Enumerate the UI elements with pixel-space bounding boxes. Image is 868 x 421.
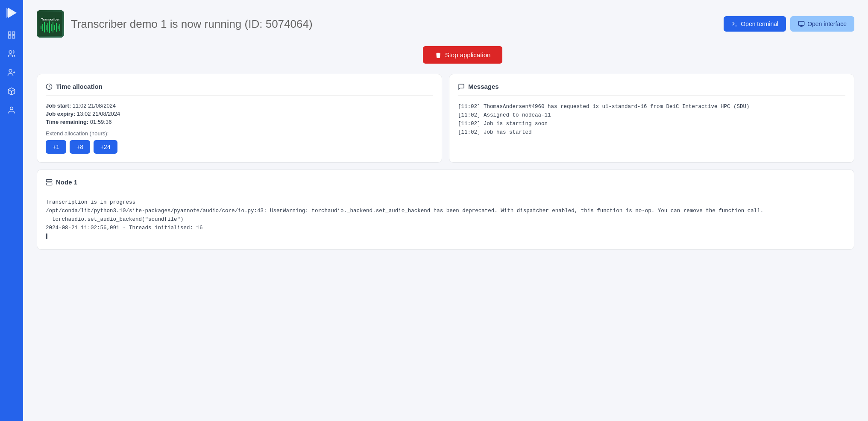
main-content: Transcriber	[23, 0, 868, 421]
svg-rect-12	[38, 12, 62, 36]
interface-icon	[798, 20, 805, 27]
messages-card: Messages [11:02] ThomasAndersen#4960 has…	[449, 74, 854, 163]
node-card: Node 1 Transcription is in progress /opt…	[37, 170, 854, 250]
time-allocation-card: Time allocation Job start: 11:02 21/08/2…	[37, 74, 442, 163]
svg-point-11	[10, 107, 13, 110]
extend-24h-button[interactable]: +24	[94, 140, 117, 154]
svg-rect-3	[12, 32, 15, 35]
open-terminal-button[interactable]: Open terminal	[724, 16, 786, 32]
header-left: Transcriber	[37, 10, 313, 38]
svg-rect-27	[798, 21, 804, 25]
sidebar	[0, 0, 23, 421]
sidebar-item-grid[interactable]	[4, 27, 19, 43]
svg-rect-5	[12, 36, 15, 38]
node-log-content[interactable]: Transcription is in progress /opt/conda/…	[46, 198, 845, 241]
header-actions: Open terminal Open interface	[724, 16, 854, 32]
messages-content[interactable]: [11:02] ThomasAndersen#4960 has requeste…	[458, 102, 845, 137]
sidebar-item-users[interactable]	[4, 46, 19, 61]
extend-8h-button[interactable]: +8	[70, 140, 90, 154]
messages-title: Messages	[458, 83, 845, 96]
time-remaining: Time remaining: 01:59:36	[46, 119, 433, 125]
svg-rect-32	[46, 183, 52, 185]
server-icon	[46, 179, 53, 186]
job-start: Job start: 11:02 21/08/2024	[46, 102, 433, 109]
svg-text:Transcriber: Transcriber	[41, 18, 60, 21]
sidebar-item-user-plus[interactable]	[4, 65, 19, 80]
extend-1h-button[interactable]: +1	[46, 140, 66, 154]
message-icon	[458, 83, 465, 90]
app-id-text: (ID: 5074064)	[245, 18, 313, 30]
extend-label: Extend allocation (hours):	[46, 130, 433, 137]
app-name-text: Transcriber demo 1 is now running	[71, 18, 241, 30]
info-cards-row: Time allocation Job start: 11:02 21/08/2…	[37, 74, 854, 163]
page-title: Transcriber demo 1 is now running (ID: 5…	[71, 18, 313, 31]
time-allocation-title: Time allocation	[46, 83, 433, 96]
logo[interactable]	[4, 5, 19, 20]
svg-rect-2	[9, 32, 11, 35]
app-header: Transcriber	[37, 10, 854, 38]
stop-button-container: Stop application	[71, 46, 854, 64]
svg-rect-31	[46, 179, 52, 181]
job-expiry: Job expiry: 13:02 21/08/2024	[46, 111, 433, 117]
svg-rect-4	[9, 36, 11, 38]
interface-button-label: Open interface	[807, 20, 847, 27]
sidebar-item-package[interactable]	[4, 84, 19, 99]
stop-button-label: Stop application	[445, 51, 491, 58]
svg-point-7	[9, 70, 12, 73]
terminal-button-label: Open terminal	[741, 20, 778, 27]
svg-point-6	[9, 51, 12, 54]
app-icon: Transcriber	[37, 10, 64, 38]
trash-icon	[435, 52, 442, 58]
open-interface-button[interactable]: Open interface	[790, 16, 854, 32]
extend-buttons-group: +1 +8 +24	[46, 140, 433, 154]
clock-icon	[46, 83, 53, 90]
terminal-icon	[731, 20, 738, 27]
stop-application-button[interactable]: Stop application	[423, 46, 503, 64]
node-title: Node 1	[46, 178, 845, 191]
sidebar-item-user[interactable]	[4, 102, 19, 118]
